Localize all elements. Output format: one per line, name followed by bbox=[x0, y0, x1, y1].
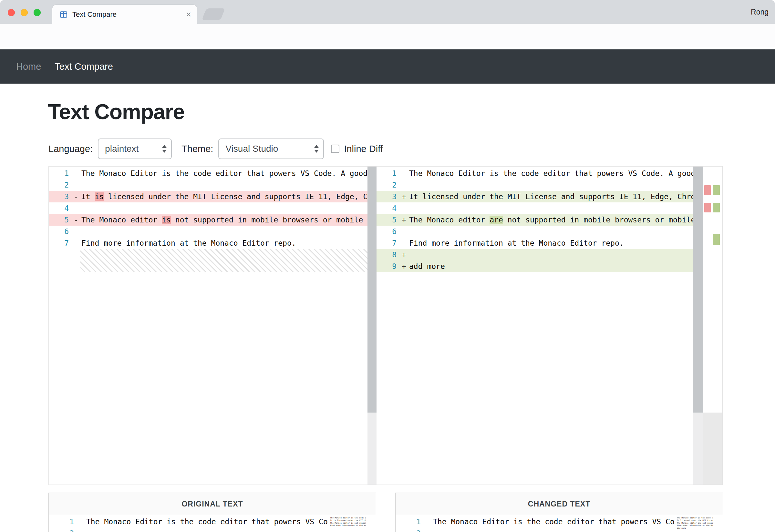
inline-diff-label: Inline Diff bbox=[344, 144, 382, 154]
scrollbar-slider[interactable] bbox=[693, 167, 703, 413]
controls-row: Language: plaintext Theme: Visual Studio… bbox=[48, 138, 383, 159]
diff-line: 5-The Monaco editor is not supported in … bbox=[49, 214, 367, 226]
window-close-button[interactable] bbox=[8, 9, 15, 16]
nav-home-link[interactable]: Home bbox=[16, 61, 41, 72]
diff-line bbox=[49, 249, 367, 272]
diff-line: 2 bbox=[376, 179, 693, 191]
minimap-line: The Monaco Editor is the code editor tha… bbox=[330, 517, 366, 519]
changed-text-editor[interactable]: The Monaco Editor is the code editor tha… bbox=[396, 515, 723, 532]
profile-name[interactable]: Rong bbox=[751, 0, 769, 24]
text-line: 1The Monaco Editor is the code editor th… bbox=[49, 516, 376, 527]
scrollbar-slider[interactable] bbox=[367, 167, 376, 413]
diff-line: 1The Monaco Editor is the code editor th… bbox=[49, 168, 367, 179]
new-tab-button[interactable] bbox=[202, 8, 225, 20]
minimap-line: The Monaco editor is not supported in mo… bbox=[330, 522, 366, 524]
browser-tab[interactable]: Text Compare × bbox=[52, 5, 197, 24]
minimap-shade bbox=[703, 413, 723, 485]
tab-strip: Text Compare × Rong bbox=[0, 0, 775, 24]
diff-line: 2 bbox=[49, 179, 367, 191]
browser-window: Text Compare × Rong Secure https://text-… bbox=[0, 0, 775, 532]
right-editor-scrollbar[interactable] bbox=[693, 167, 703, 485]
browser-toolbar: Secure https://text-compare.netlify.com/… bbox=[0, 24, 775, 48]
diff-line: 8+ bbox=[376, 249, 693, 261]
language-select-value: plaintext bbox=[105, 144, 138, 154]
original-text-panel: ORIGINAL TEXT The Monaco Editor is the c… bbox=[48, 493, 376, 532]
language-select[interactable]: plaintext bbox=[98, 138, 172, 159]
changed-minimap[interactable]: The Monaco Editor is the code editor tha… bbox=[677, 517, 713, 532]
text-line: 2 bbox=[49, 527, 376, 532]
minimap-line: Find more information at the Monaco Edit… bbox=[677, 524, 713, 527]
diff-line: 6 bbox=[49, 226, 367, 237]
diff-line: 4 bbox=[376, 202, 693, 214]
window-zoom-button[interactable] bbox=[34, 9, 41, 16]
diff-line: 9+add more bbox=[376, 261, 693, 272]
minimap-line: add more bbox=[677, 527, 713, 529]
theme-label: Theme: bbox=[181, 144, 213, 154]
original-minimap[interactable]: The Monaco Editor is the code editor tha… bbox=[330, 517, 366, 532]
diff-line: 5+The Monaco editor are not supported in… bbox=[376, 214, 693, 226]
diff-editor[interactable]: 1The Monaco Editor is the code editor th… bbox=[48, 166, 723, 485]
diff-line: 4 bbox=[49, 202, 367, 214]
overview-added-mark bbox=[713, 234, 720, 245]
minimap-line: Find more information at the Monaco Edit… bbox=[330, 524, 366, 527]
page-title: Text Compare bbox=[48, 99, 184, 124]
left-editor-scrollbar[interactable] bbox=[367, 167, 376, 485]
overview-removed-mark bbox=[704, 185, 711, 195]
minimap-line: The Monaco Editor is the code editor tha… bbox=[677, 517, 713, 519]
theme-select-value: Visual Studio bbox=[225, 144, 278, 154]
select-arrows-icon bbox=[308, 145, 319, 153]
overview-removed-mark bbox=[704, 203, 711, 212]
diff-line: 1The Monaco Editor is the code editor th… bbox=[376, 168, 693, 179]
changed-text-header: CHANGED TEXT bbox=[396, 493, 723, 515]
overview-added-mark bbox=[713, 203, 720, 212]
inline-diff-checkbox[interactable] bbox=[331, 145, 339, 153]
tab-favicon-icon bbox=[59, 10, 68, 19]
text-line: 2 bbox=[396, 527, 723, 532]
language-label: Language: bbox=[48, 144, 93, 154]
nav-text-compare-link[interactable]: Text Compare bbox=[55, 61, 113, 72]
diff-line: 6 bbox=[376, 226, 693, 237]
minimap-line: The Monaco editor are not supported in m… bbox=[677, 522, 713, 524]
tab-title: Text Compare bbox=[72, 10, 117, 19]
tab-close-icon[interactable]: × bbox=[186, 10, 191, 19]
diff-pane-changed[interactable]: 1The Monaco Editor is the code editor th… bbox=[376, 168, 693, 272]
overview-added-mark bbox=[713, 185, 720, 195]
diff-line: 7Find more information at the Monaco Edi… bbox=[376, 237, 693, 249]
diff-pane-original[interactable]: 1The Monaco Editor is the code editor th… bbox=[49, 168, 367, 272]
minimap-line: It is licensed under the MIT License and… bbox=[330, 519, 366, 522]
diff-line: 3+It licensed under the MIT License and … bbox=[376, 191, 693, 202]
window-minimize-button[interactable] bbox=[21, 9, 28, 16]
changed-text-panel: CHANGED TEXT The Monaco Editor is the co… bbox=[395, 493, 723, 532]
text-line: 1The Monaco Editor is the code editor th… bbox=[396, 516, 723, 527]
select-arrows-icon bbox=[156, 145, 167, 153]
theme-select[interactable]: Visual Studio bbox=[218, 138, 324, 159]
original-text-header: ORIGINAL TEXT bbox=[49, 493, 376, 515]
minimap-line: It licensed under the MIT License and su… bbox=[677, 519, 713, 522]
site-navbar: Home Text Compare bbox=[0, 49, 775, 84]
diff-line: 3-It is licensed under the MIT License a… bbox=[49, 191, 367, 202]
original-text-editor[interactable]: The Monaco Editor is the code editor tha… bbox=[49, 515, 376, 532]
diff-line: 7Find more information at the Monaco Edi… bbox=[49, 237, 367, 249]
